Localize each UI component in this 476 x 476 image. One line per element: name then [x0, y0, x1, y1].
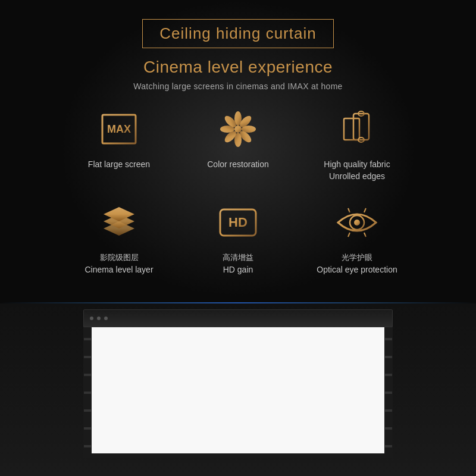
svg-text:MAX: MAX [107, 123, 131, 135]
description: Watching large screens in cinemas and IM… [133, 82, 342, 91]
color-restoration-text: Color restoration [207, 159, 269, 169]
feature-hd-gain: HD 高清增益 HD gain [190, 199, 286, 276]
screen-white [92, 327, 384, 453]
svg-text:HD: HD [228, 215, 248, 230]
feature-flat-large-screen: MAX Flat large screen [71, 105, 167, 182]
cinema-level-layer-label: Cinema level layer [84, 264, 153, 276]
optical-eye-label: Optical eye protection [317, 264, 397, 276]
svg-line-23 [364, 208, 366, 212]
layers-icon [95, 199, 143, 246]
fabric-line2: Unrolled edges [329, 171, 385, 181]
hd-gain-label: HD gain [223, 264, 253, 276]
hd-gain-cn: 高清增益 [223, 252, 253, 263]
max-icon: MAX [95, 105, 143, 153]
title-text: Ceiling hiding curtain [159, 24, 316, 42]
feature-high-quality-fabric: High quality fabric Unrolled edges [309, 105, 405, 182]
svg-rect-12 [344, 118, 359, 140]
feature-optical-eye: 光学护眼 Optical eye protection [309, 199, 405, 276]
screen-frame [83, 327, 393, 458]
page-container: Ceiling hiding curtain Cinema level expe… [0, 0, 476, 476]
cinema-level-layer-cn: 影院级图层 [100, 252, 139, 263]
svg-rect-11 [353, 114, 369, 140]
eye-icon [333, 199, 381, 246]
fabric-line1: High quality fabric [324, 159, 390, 169]
color-restoration-label: Color restoration [207, 159, 269, 171]
svg-line-27 [348, 233, 350, 237]
svg-line-26 [364, 233, 366, 237]
svg-point-10 [234, 126, 242, 133]
svg-marker-17 [104, 207, 134, 221]
hd-icon: HD [214, 199, 262, 246]
screen-housing [83, 309, 393, 327]
optical-eye-cn: 光学护眼 [342, 252, 372, 263]
features-row-1: MAX Flat large screen [71, 105, 405, 182]
features-section: MAX Flat large screen [0, 105, 476, 281]
fabric-icon [333, 105, 381, 153]
features-row-2: 影院级图层 Cinema level layer [71, 199, 405, 276]
svg-point-21 [354, 220, 360, 226]
feature-color-restoration: Color restoration [190, 105, 286, 182]
svg-line-24 [348, 208, 350, 212]
screen-section [0, 303, 476, 476]
high-quality-fabric-label: High quality fabric Unrolled edges [324, 159, 390, 182]
feature-cinema-level-layer: 影院级图层 Cinema level layer [71, 199, 167, 276]
flat-large-screen-text: Flat large screen [88, 159, 150, 169]
title-badge: Ceiling hiding curtain [142, 19, 333, 48]
flat-large-screen-label: Flat large screen [88, 159, 150, 171]
subtitle: Cinema level experience [143, 58, 333, 77]
flower-icon [214, 105, 262, 153]
